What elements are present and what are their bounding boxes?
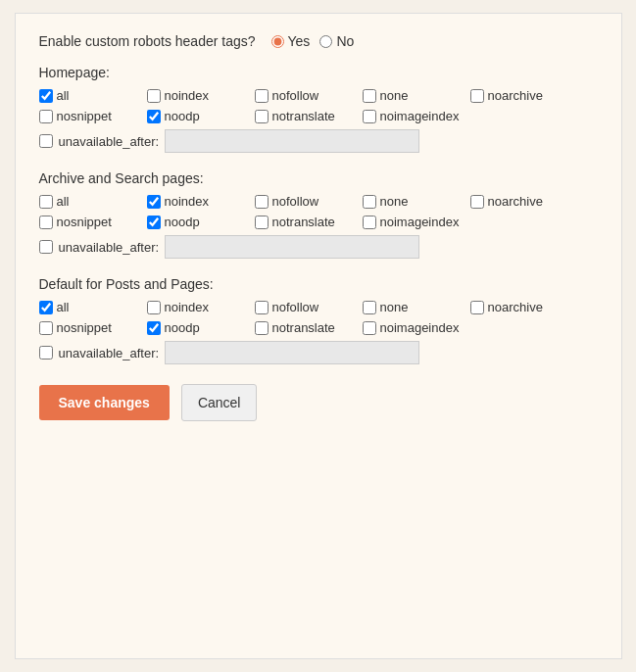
radio-no-option[interactable]: No: [319, 33, 354, 49]
ar-unavailable-label[interactable]: unavailable_after:: [59, 240, 160, 255]
hp-noindex-checkbox[interactable]: [147, 89, 161, 103]
radio-yes[interactable]: [271, 35, 284, 48]
ar-all-label[interactable]: all: [57, 194, 70, 209]
hp-none-label[interactable]: none: [380, 88, 409, 103]
ar-noindex-item: noindex: [147, 194, 255, 209]
pp-none-item: none: [363, 300, 470, 314]
hp-none-checkbox[interactable]: [363, 89, 376, 103]
ar-notranslate-label[interactable]: notranslate: [272, 215, 335, 229]
hp-noodp-checkbox[interactable]: [147, 110, 161, 123]
ar-noindex-checkbox[interactable]: [147, 195, 161, 209]
ar-noimageindex-label[interactable]: noimageindex: [380, 215, 460, 229]
pp-all-item: all: [39, 300, 147, 314]
hp-noimageindex-checkbox[interactable]: [363, 110, 376, 123]
pp-noodp-item: noodp: [147, 320, 255, 335]
cancel-button[interactable]: Cancel: [181, 384, 258, 421]
hp-noarchive-label[interactable]: noarchive: [488, 88, 543, 103]
pp-nosnippet-label[interactable]: nosnippet: [57, 320, 112, 335]
hp-notranslate-label[interactable]: notranslate: [272, 109, 335, 123]
hp-unavailable-label[interactable]: unavailable_after:: [59, 134, 160, 149]
ar-noarchive-checkbox[interactable]: [470, 195, 484, 209]
settings-panel: Enable custom robots header tags? Yes No…: [15, 13, 622, 659]
ar-notranslate-item: notranslate: [255, 215, 363, 229]
radio-no-label: No: [336, 33, 354, 49]
ar-nosnippet-item: nosnippet: [39, 215, 147, 229]
posts-title: Default for Posts and Pages:: [39, 276, 598, 292]
hp-noindex-label[interactable]: noindex: [165, 88, 210, 103]
hp-nosnippet-label[interactable]: nosnippet: [57, 109, 112, 123]
ar-noodp-checkbox[interactable]: [147, 216, 161, 229]
hp-notranslate-checkbox[interactable]: [255, 110, 269, 123]
hp-noarchive-item: noarchive: [470, 88, 578, 103]
pp-all-checkbox[interactable]: [39, 301, 53, 314]
ar-noodp-item: noodp: [147, 215, 255, 229]
pp-nosnippet-item: nosnippet: [39, 320, 147, 335]
ar-noarchive-label[interactable]: noarchive: [488, 194, 543, 209]
pp-notranslate-item: notranslate: [255, 320, 363, 335]
pp-noarchive-checkbox[interactable]: [470, 301, 484, 314]
homepage-row2: nosnippet noodp notranslate noimageindex: [39, 109, 598, 123]
hp-nosnippet-checkbox[interactable]: [39, 110, 53, 123]
posts-row2: nosnippet noodp notranslate noimageindex: [39, 320, 598, 335]
pp-noodp-label[interactable]: noodp: [165, 320, 200, 335]
ar-nofollow-label[interactable]: nofollow: [272, 194, 319, 209]
hp-all-checkbox[interactable]: [39, 89, 53, 103]
radio-no[interactable]: [319, 35, 332, 48]
pp-nofollow-checkbox[interactable]: [255, 301, 269, 314]
ar-noodp-label[interactable]: noodp: [165, 215, 200, 229]
ar-none-label[interactable]: none: [380, 194, 409, 209]
ar-nosnippet-checkbox[interactable]: [39, 216, 53, 229]
ar-noimageindex-item: noimageindex: [363, 215, 470, 229]
pp-noindex-item: noindex: [147, 300, 255, 314]
ar-unavailable-checkbox[interactable]: [39, 240, 53, 254]
radio-yes-option[interactable]: Yes: [271, 33, 311, 49]
archive-section: Archive and Search pages: all noindex no…: [39, 170, 598, 259]
pp-noimageindex-label[interactable]: noimageindex: [380, 320, 460, 335]
ar-all-checkbox[interactable]: [39, 195, 53, 209]
hp-all-label[interactable]: all: [57, 88, 70, 103]
pp-unavailable-checkbox[interactable]: [39, 346, 53, 360]
pp-notranslate-label[interactable]: notranslate: [272, 320, 335, 335]
pp-all-label[interactable]: all: [57, 300, 70, 314]
ar-noimageindex-checkbox[interactable]: [363, 216, 376, 229]
pp-noimageindex-item: noimageindex: [363, 320, 470, 335]
ar-none-checkbox[interactable]: [363, 195, 376, 209]
ar-noarchive-item: noarchive: [470, 194, 578, 209]
ar-notranslate-checkbox[interactable]: [255, 216, 269, 229]
hp-noimageindex-label[interactable]: noimageindex: [380, 109, 460, 123]
hp-nofollow-checkbox[interactable]: [255, 89, 269, 103]
pp-noindex-checkbox[interactable]: [147, 301, 161, 314]
hp-unavailable-input[interactable]: [165, 129, 419, 153]
ar-nosnippet-label[interactable]: nosnippet: [57, 215, 112, 229]
pp-nofollow-label[interactable]: nofollow: [272, 300, 319, 314]
hp-nofollow-label[interactable]: nofollow: [272, 88, 319, 103]
hp-nofollow-item: nofollow: [255, 88, 363, 103]
hp-noodp-label[interactable]: noodp: [165, 109, 200, 123]
hp-noarchive-checkbox[interactable]: [470, 89, 484, 103]
hp-unavailable-checkbox[interactable]: [39, 134, 53, 148]
header-question: Enable custom robots header tags?: [39, 33, 256, 49]
ar-all-item: all: [39, 194, 147, 209]
hp-none-item: none: [363, 88, 470, 103]
homepage-title: Homepage:: [39, 65, 598, 80]
pp-none-label[interactable]: none: [380, 300, 409, 314]
save-button[interactable]: Save changes: [39, 385, 170, 420]
ar-unavailable-input[interactable]: [165, 235, 419, 259]
homepage-row1: all noindex nofollow none noarchive: [39, 88, 598, 103]
ar-nofollow-checkbox[interactable]: [255, 195, 269, 209]
hp-notranslate-item: notranslate: [255, 109, 363, 123]
pp-noodp-checkbox[interactable]: [147, 321, 161, 335]
pp-nosnippet-checkbox[interactable]: [39, 321, 53, 335]
homepage-section: Homepage: all noindex nofollow none noar…: [39, 65, 598, 153]
pp-unavailable-label[interactable]: unavailable_after:: [59, 346, 160, 360]
pp-none-checkbox[interactable]: [363, 301, 376, 314]
archive-row2: nosnippet noodp notranslate noimageindex: [39, 215, 598, 229]
pp-unavailable-input[interactable]: [165, 341, 419, 364]
archive-title: Archive and Search pages:: [39, 170, 598, 186]
pp-noindex-label[interactable]: noindex: [165, 300, 210, 314]
ar-noindex-label[interactable]: noindex: [165, 194, 210, 209]
hp-noodp-item: noodp: [147, 109, 255, 123]
pp-noimageindex-checkbox[interactable]: [363, 321, 376, 335]
pp-notranslate-checkbox[interactable]: [255, 321, 269, 335]
pp-noarchive-label[interactable]: noarchive: [488, 300, 543, 314]
